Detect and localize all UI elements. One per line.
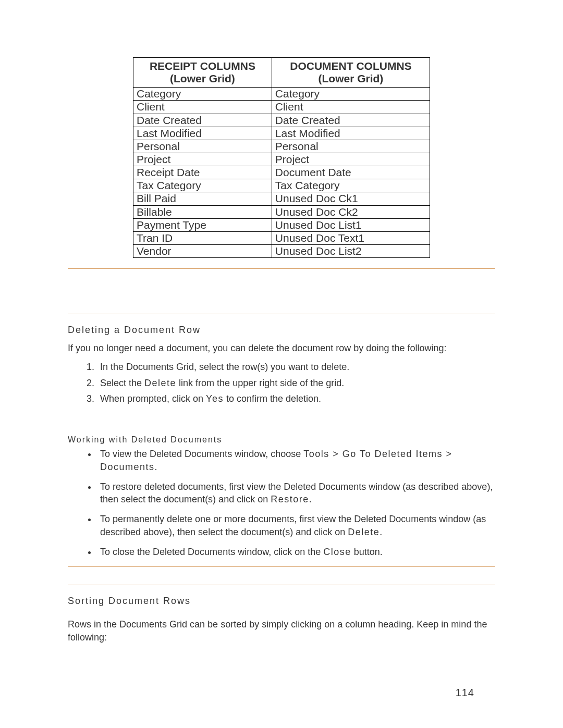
working-bullets: To view the Deleted Documents window, ch… bbox=[68, 448, 495, 558]
emphasis: Close bbox=[323, 547, 351, 557]
table-row: Tran IDUnused Doc Text1 bbox=[133, 231, 430, 244]
table-cell: Project bbox=[133, 153, 272, 166]
columns-table-header-row: RECEIPT COLUMNS (Lower Grid) DOCUMENT CO… bbox=[133, 58, 430, 88]
divider bbox=[68, 585, 495, 585]
table-cell: Tax Category bbox=[272, 179, 430, 192]
table-cell: Tran ID bbox=[133, 231, 272, 244]
table-cell: Date Created bbox=[272, 114, 430, 127]
emphasis: Delete bbox=[348, 527, 380, 537]
columns-table-header-0: RECEIPT COLUMNS (Lower Grid) bbox=[133, 58, 272, 88]
divider bbox=[68, 566, 495, 567]
table-cell: Unused Doc Ck1 bbox=[272, 192, 430, 205]
table-cell: Category bbox=[133, 88, 272, 101]
table-cell: Unused Doc Ck2 bbox=[272, 205, 430, 218]
table-cell: Client bbox=[133, 101, 272, 114]
header-sub: (Lower Grid) bbox=[275, 72, 426, 85]
table-row: Bill PaidUnused Doc Ck1 bbox=[133, 192, 430, 205]
header-main: DOCUMENT COLUMNS bbox=[290, 60, 411, 72]
table-cell: Unused Doc Text1 bbox=[272, 231, 430, 244]
list-item: To permanently delete one or more docume… bbox=[97, 513, 495, 538]
table-cell: Date Created bbox=[133, 114, 272, 127]
columns-table: RECEIPT COLUMNS (Lower Grid) DOCUMENT CO… bbox=[133, 57, 430, 258]
divider bbox=[68, 268, 495, 269]
deleting-intro: If you no longer need a document, you ca… bbox=[68, 342, 495, 354]
table-cell: Category bbox=[272, 88, 430, 101]
table-row: ClientClient bbox=[133, 101, 430, 114]
table-cell: Document Date bbox=[272, 166, 430, 179]
table-cell: Personal bbox=[272, 140, 430, 153]
page-number: 114 bbox=[456, 687, 474, 699]
table-row: ProjectProject bbox=[133, 153, 430, 166]
table-cell: Unused Doc List2 bbox=[272, 244, 430, 257]
table-cell: Vendor bbox=[133, 244, 272, 257]
deleting-heading: Deleting a Document Row bbox=[68, 325, 495, 336]
sorting-intro: Rows in the Documents Grid can be sorted… bbox=[68, 618, 495, 644]
table-cell: Project bbox=[272, 153, 430, 166]
list-item: To restore deleted documents, first view… bbox=[97, 480, 495, 506]
emphasis: Tools > Go To Deleted Items > Documents bbox=[100, 449, 452, 472]
table-cell: Last Modified bbox=[133, 127, 272, 140]
table-cell: Receipt Date bbox=[133, 166, 272, 179]
table-cell: Payment Type bbox=[133, 218, 272, 231]
table-row: VendorUnused Doc List2 bbox=[133, 244, 430, 257]
table-row: Date CreatedDate Created bbox=[133, 114, 430, 127]
sorting-heading: Sorting Document Rows bbox=[68, 596, 495, 607]
table-row: Receipt DateDocument Date bbox=[133, 166, 430, 179]
emphasis: Delete bbox=[144, 378, 176, 388]
table-row: BillableUnused Doc Ck2 bbox=[133, 205, 430, 218]
header-main: RECEIPT COLUMNS bbox=[150, 60, 255, 72]
divider bbox=[68, 314, 495, 314]
table-cell: Personal bbox=[133, 140, 272, 153]
list-item: To view the Deleted Documents window, ch… bbox=[97, 448, 495, 473]
table-cell: Billable bbox=[133, 205, 272, 218]
table-cell: Client bbox=[272, 101, 430, 114]
table-cell: Unused Doc List1 bbox=[272, 218, 430, 231]
table-cell: Bill Paid bbox=[133, 192, 272, 205]
table-row: CategoryCategory bbox=[133, 88, 430, 101]
deleting-steps: In the Documents Grid, select the row(s)… bbox=[68, 361, 495, 405]
working-heading: Working with Deleted Documents bbox=[68, 435, 495, 445]
table-cell: Tax Category bbox=[133, 179, 272, 192]
list-item: Select the Delete link from the upper ri… bbox=[97, 377, 495, 389]
list-item: When prompted, click on Yes to confirm t… bbox=[97, 392, 495, 405]
table-row: Payment TypeUnused Doc List1 bbox=[133, 218, 430, 231]
header-sub: (Lower Grid) bbox=[137, 72, 268, 85]
table-row: Last ModifiedLast Modified bbox=[133, 127, 430, 140]
list-item: To close the Deleted Documents window, c… bbox=[97, 546, 495, 558]
emphasis: Restore bbox=[271, 494, 309, 504]
table-row: Tax CategoryTax Category bbox=[133, 179, 430, 192]
list-item: In the Documents Grid, select the row(s)… bbox=[97, 361, 495, 373]
emphasis: Yes bbox=[206, 393, 224, 404]
table-cell: Last Modified bbox=[272, 127, 430, 140]
columns-table-header-1: DOCUMENT COLUMNS (Lower Grid) bbox=[272, 58, 430, 88]
table-row: PersonalPersonal bbox=[133, 140, 430, 153]
